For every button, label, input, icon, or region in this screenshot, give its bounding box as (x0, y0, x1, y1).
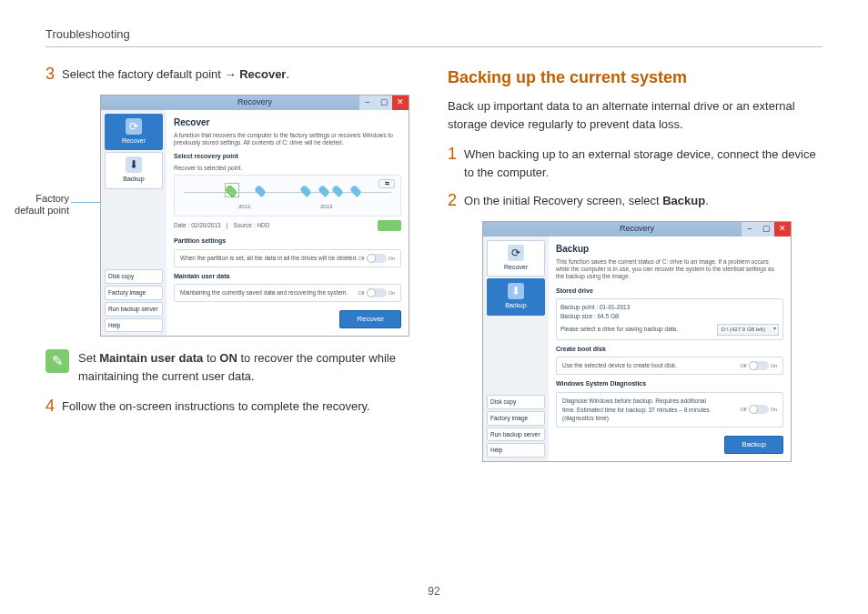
step3-strong: Recover (239, 67, 286, 81)
partition-settings-label: Partition settings (174, 237, 401, 247)
factory-default-marker[interactable] (227, 186, 237, 195)
window-buttons: – ▢ ✕ (359, 96, 409, 110)
note-mid: to (203, 351, 219, 365)
sidebar-runbackup[interactable]: Run backup server (105, 302, 163, 317)
recovery-meta: Date : 02/20/2013 | Source : HDD (174, 220, 401, 231)
sidebar-runbackup[interactable]: Run backup server (487, 428, 545, 442)
sidebar-help[interactable]: Help (105, 318, 163, 333)
toggle-on-label: On (389, 289, 395, 297)
toggle-off-label: Off (358, 289, 364, 297)
note-s2: ON (219, 351, 237, 365)
callout-factory-default-point: Factory default point (11, 193, 69, 216)
close-button[interactable]: ✕ (774, 222, 791, 237)
recovery-timeline[interactable]: ⇆ 2012 2013 (174, 175, 401, 216)
toggle-switch[interactable] (367, 288, 387, 297)
toggle-on-label: On (771, 406, 777, 413)
sidebar-factoryimage[interactable]: Factory image (487, 411, 545, 426)
main-panel: Backup This function saves the current s… (549, 237, 791, 462)
sidebar-label-backup: Backup (505, 301, 526, 311)
toggle-off-label: Off (740, 362, 746, 369)
window-body: ⟳ Recover ⬇ Backup Disk copy Factory ima… (483, 237, 791, 462)
backup-button[interactable]: Backup (724, 436, 783, 454)
main-heading: Recover (174, 116, 401, 129)
drive-select-combobox[interactable]: D:\ (427.9 GB left) (717, 324, 779, 336)
sidebar-label-recover: Recover (122, 136, 146, 146)
sidebar: ⟳ Recover ⬇ Backup Disk copy Factory ima… (483, 237, 549, 462)
toggle-switch[interactable] (367, 254, 387, 263)
boot-toggle[interactable]: Off On (740, 361, 777, 370)
step-1: 1 When backing up to an external storage… (448, 146, 823, 181)
recovery-marker[interactable] (302, 186, 311, 195)
step2-strong: Backup (662, 194, 705, 207)
minimize-button[interactable]: – (742, 222, 758, 237)
sidebar-item-recover[interactable]: ⟳ Recover (105, 114, 163, 151)
recovery-marker[interactable] (320, 186, 329, 195)
recover-to-selected: Recover to selected point. (174, 165, 401, 172)
maximize-button[interactable]: ▢ (376, 96, 392, 110)
note-block: ✎ Set Maintain user data to ON to recove… (45, 349, 420, 385)
diagnostics-row: Diagnose Windows before backup. Requires… (556, 392, 783, 428)
main-desc: A function that recovers the computer to… (174, 132, 401, 147)
diag-toggle[interactable]: Off On (740, 405, 777, 414)
step-text: On the initial Recovery screen, select B… (464, 192, 823, 210)
sidebar-diskcopy[interactable]: Disk copy (105, 269, 163, 284)
section-name: Troubleshooting (45, 27, 130, 41)
close-button[interactable]: ✕ (392, 96, 409, 110)
window-title: Recovery (237, 96, 272, 109)
recovery-marker[interactable] (334, 186, 343, 195)
screenshot-recovery-recover: Recovery – ▢ ✕ ⟳ Recover ⬇ (100, 95, 409, 337)
toggle-off-label: Off (358, 255, 364, 262)
page-number: 92 (0, 585, 868, 598)
step2-pre: On the initial Recovery screen, select (464, 194, 662, 207)
partition-settings-row: When the partition is set, all the data … (174, 249, 401, 267)
sidebar-item-recover[interactable]: ⟳ Recover (487, 240, 545, 277)
sidebar-item-backup[interactable]: ⬇ Backup (487, 278, 545, 316)
step2-post: . (705, 194, 709, 207)
step-number: 3 (45, 65, 55, 84)
partition-toggle[interactable]: Off On (358, 254, 395, 263)
sidebar-label-backup: Backup (123, 175, 144, 185)
screenshot-recovery-backup: Recovery – ▢ ✕ ⟳ Recover ⬇ Backup (482, 221, 792, 463)
note-icon: ✎ (45, 349, 69, 373)
note-text: Set Maintain user data to ON to recover … (78, 349, 420, 385)
window-titlebar: Recovery – ▢ ✕ (483, 222, 791, 237)
main-desc: This function saves the current status o… (556, 258, 783, 281)
maximize-button[interactable]: ▢ (758, 222, 774, 237)
stored-drive-box: Backup point : 01-01-2013 Backup size : … (556, 298, 783, 340)
sidebar: ⟳ Recover ⬇ Backup Disk copy Factory ima… (101, 110, 167, 337)
sidebar-help[interactable]: Help (487, 443, 545, 458)
step3-pre: Select the factory default point → (62, 67, 239, 81)
sidebar-diskcopy[interactable]: Disk copy (487, 395, 545, 409)
recovery-marker[interactable] (352, 186, 361, 195)
recover-action-row: Recover (174, 307, 401, 330)
step-text: When backing up to an external storage d… (464, 146, 823, 181)
go-button[interactable] (378, 220, 401, 231)
sidebar-item-backup[interactable]: ⬇ Backup (105, 152, 163, 189)
recovery-date: Date : 02/20/2013 (174, 221, 221, 230)
toggle-on-label: On (771, 362, 777, 369)
left-column: 3 Select the factory default point → Rec… (45, 65, 420, 475)
maintain-toggle[interactable]: Off On (358, 288, 395, 297)
note-s1: Maintain user data (99, 351, 203, 365)
right-column: Backing up the current system Back up im… (448, 65, 823, 475)
toggle-switch[interactable] (749, 405, 769, 414)
backup-point: Backup point : 01-01-2013 (560, 303, 779, 312)
two-column-layout: 3 Select the factory default point → Rec… (45, 65, 823, 475)
stored-drive-label: Stored drive (556, 287, 783, 297)
recover-button[interactable]: Recover (339, 310, 401, 328)
step3-post: . (286, 67, 289, 81)
sidebar-factoryimage[interactable]: Factory image (105, 286, 163, 300)
drive-select-text: Please select a drive for saving backup … (560, 325, 678, 334)
main-heading: Backup (556, 242, 783, 256)
timeline-nav-button[interactable]: ⇆ (378, 179, 395, 188)
sidebar-label-recover: Recover (504, 263, 528, 273)
step-2: 2 On the initial Recovery screen, select… (448, 192, 823, 210)
backup-intro: Back up important data to an alternate i… (448, 97, 823, 133)
step-number: 2 (448, 192, 457, 210)
maintain-text: Maintaining the currently saved data and… (180, 288, 348, 297)
toggle-off-label: Off (740, 406, 746, 413)
recovery-marker[interactable] (257, 186, 266, 195)
toggle-switch[interactable] (749, 361, 769, 370)
minimize-button[interactable]: – (359, 96, 376, 110)
step-number: 1 (448, 146, 457, 181)
